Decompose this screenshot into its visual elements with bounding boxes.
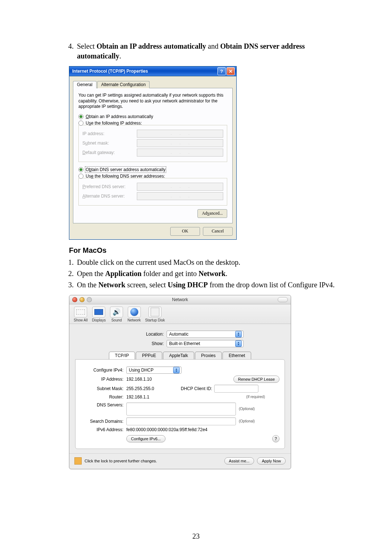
mac-subtabs: TCP/IP PPPoE AppleTalk Proxies Ethernet [75,352,285,359]
disk-icon [151,308,159,316]
radio-ip-manual-label: Use the following IP address: [86,121,142,126]
tab-general-label: General [77,82,93,87]
ipv6-address-value: fe80:0000:0000:0000:020a:95ff:fe8d:72e4 [126,427,207,432]
label-default-gateway: Default gateway: [82,150,137,155]
dns-optional-hint: (Optional) [239,407,255,411]
show-label: Show: [117,341,167,346]
label-ip-address: IP address: [82,131,137,136]
toolbar-startup-label: Startup Disk [145,318,165,322]
ip-fields-group: IP address:... Subnet mask:... Default g… [78,125,227,162]
radio-dns-manual-label: Use the following DNS server addresses: [86,174,165,179]
router-label: Router: [81,394,126,400]
radio-dns-auto[interactable] [78,167,83,172]
advanced-button[interactable]: Advanced... [197,209,227,218]
configure-ipv4-select[interactable]: Using DHCP ▲▼ [126,366,181,374]
help-icon[interactable]: ? [217,67,226,75]
macos-heading: For MacOs [69,246,345,255]
input-alternate-dns: ... [137,192,223,200]
dns-fields-group: Preferred DNS server:... Alternate DNS s… [78,178,227,206]
help-icon[interactable]: ? [272,435,279,442]
tab-pppoe[interactable]: PPPoE [136,352,162,359]
ok-button-label: OK [182,228,188,234]
close-icon[interactable]: ✕ [226,67,235,75]
step-4: Select Obtain an IP address automaticall… [75,41,345,61]
toolbar-show-all-label: Show All [74,318,87,322]
tab-ethernet[interactable]: Ethernet [222,352,251,359]
dhcp-client-hint: (If required) [246,395,265,399]
step4-mid: and [206,42,220,50]
xp-description: You can get IP settings assigned automat… [78,93,227,110]
input-preferred-dns: ... [137,183,223,191]
assist-me-button[interactable]: Assist me... [224,457,254,465]
chevron-up-down-icon: ▲▼ [173,367,180,373]
dhcp-client-id-input[interactable] [214,385,258,393]
mac-step-3: On the Network screen, select Using DHCP… [75,280,345,290]
renew-dhcp-button[interactable]: Renew DHCP Lease [233,376,279,383]
show-select[interactable]: Built-in Ethernet ▲▼ [167,340,244,347]
xp-tcpip-dialog: Internet Protocol (TCP/IP) Properties ? … [69,66,237,240]
cancel-button[interactable]: Cancel [203,227,233,236]
toolbar-network[interactable]: Network [127,307,141,322]
input-ip-address: ... [137,130,223,138]
displays-icon [94,309,103,315]
step4-suffix: . [119,52,121,60]
radio-ip-auto-label: Obtain an IP address automatically [86,114,153,119]
mac-title-bar: Network [69,295,291,304]
radio-dns-manual[interactable] [78,174,83,179]
speaker-icon: 🔊 [113,308,121,316]
tab-appletalk[interactable]: AppleTalk [163,352,194,359]
mac-network-window: Network Show All Displays 🔊 Sound Networ… [69,295,291,469]
page-number: 23 [0,532,392,540]
dhcp-client-id-label: DHCP Client ID: [181,386,212,391]
mac-step-2: Open the Application folder and get into… [75,269,345,279]
step4-opt1: Obtain an IP address automatically [97,42,206,50]
dns-servers-input[interactable] [126,402,236,416]
globe-icon [130,308,138,316]
grid-icon [76,309,85,315]
ipv6-address-label: IPv6 Address: [81,427,126,432]
mac-window-title: Network [69,297,291,302]
location-select[interactable]: Automatic ▲▼ [167,331,244,338]
toolbar-show-all[interactable]: Show All [74,307,87,322]
chevron-up-down-icon: ▲▼ [235,340,242,347]
subnet-mask-value: 255.255.255.0 [126,386,170,391]
input-subnet-mask: ... [137,139,223,147]
toolbar-startup-disk[interactable]: Startup Disk [145,307,165,322]
input-default-gateway: ... [137,149,223,157]
radio-ip-manual[interactable] [78,121,83,126]
mac-step-1: Double click on the current used MacOs o… [75,258,345,267]
radio-ip-auto[interactable] [78,114,83,119]
subnet-mask-label: Subnet Mask: [81,386,126,391]
configure-ipv4-value: Using DHCP [129,368,172,373]
radio-dns-auto-label: Obtain DNS server address automatically [86,167,166,172]
configure-ipv4-label: Configure IPv4: [81,368,126,373]
tab-alternate-config[interactable]: Alternate Configuration [97,81,150,88]
label-subnet-mask: Subnet mask: [82,141,137,146]
dns-servers-label: DNS Servers: [81,402,126,408]
toolbar-network-label: Network [127,318,141,322]
show-value: Built-in Ethernet [169,341,234,346]
ok-button[interactable]: OK [170,227,200,236]
apply-now-button[interactable]: Apply Now [257,457,286,465]
toolbar-sound-label: Sound [111,318,122,322]
toolbar-sound[interactable]: 🔊 Sound [110,307,123,322]
router-value: 192.168.1.1 [126,394,246,400]
ip-address-value: 192.168.1.10 [126,377,233,382]
search-domains-label: Search Domains: [81,419,126,424]
cancel-button-label: Cancel [212,228,224,234]
ip-address-label: IP Address: [81,377,126,382]
configure-ipv6-button[interactable]: Configure IPv6... [126,435,166,442]
location-label: Location: [117,332,167,337]
label-preferred-dns: Preferred DNS server: [82,184,137,189]
step4-prefix: Select [77,42,97,50]
search-domains-input[interactable] [126,417,236,425]
tab-tcpip[interactable]: TCP/IP [109,352,135,359]
label-alternate-dns: Alternate DNS server: [82,194,137,199]
tab-proxies[interactable]: Proxies [195,352,222,359]
location-value: Automatic [169,332,234,337]
xp-title-bar: Internet Protocol (TCP/IP) Properties ? … [69,66,236,76]
search-optional-hint: (Optional) [239,419,255,423]
toolbar-displays[interactable]: Displays [92,307,106,322]
lock-icon[interactable] [74,457,82,465]
tab-general[interactable]: General [73,81,97,88]
